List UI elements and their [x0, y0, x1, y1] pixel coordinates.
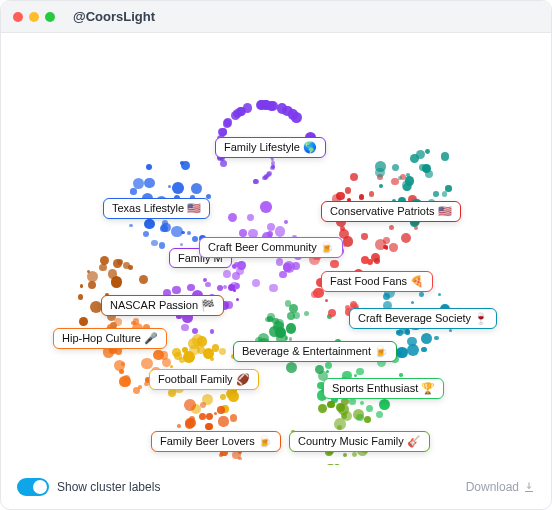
cluster-node [375, 168, 385, 178]
cluster-label[interactable]: Hip-Hop Culture 🎤 [53, 328, 167, 349]
cluster-node [217, 406, 225, 414]
cluster-label[interactable]: Craft Beer Community 🍺 [199, 237, 343, 258]
cluster-label[interactable]: Family Lifestyle 🌎 [215, 137, 326, 158]
cluster-node [425, 170, 434, 179]
cluster-label[interactable]: Sports Enthusiast 🏆 [323, 378, 444, 399]
cluster-node [416, 150, 425, 159]
cluster-node [144, 219, 155, 230]
cluster-node [334, 418, 346, 430]
cluster-node [189, 345, 200, 356]
cluster-node [398, 176, 402, 180]
cluster-node [228, 213, 237, 222]
cluster-node [182, 347, 188, 353]
cluster-node [304, 311, 309, 316]
cluster-label[interactable]: Country Music Family 🎸 [289, 431, 430, 452]
cluster-node [138, 385, 142, 389]
cluster-node [237, 107, 246, 116]
cluster-node [385, 247, 388, 250]
cluster-node [350, 173, 358, 181]
cluster-node [349, 398, 356, 405]
cluster-node [421, 333, 432, 344]
cluster-node [389, 243, 397, 251]
cluster-node [252, 279, 261, 288]
cluster-label[interactable]: Football Family 🏈 [149, 369, 259, 390]
cluster-node [79, 317, 88, 326]
cluster-node [223, 119, 232, 128]
cluster-node [129, 224, 132, 227]
download-label: Download [466, 480, 519, 494]
toggle-show-labels[interactable]: Show cluster labels [17, 478, 160, 496]
cluster-node [206, 413, 213, 420]
maximize-icon[interactable] [45, 12, 55, 22]
cluster-node [153, 350, 163, 360]
toggle-switch[interactable] [17, 478, 49, 496]
cluster-node [434, 336, 439, 341]
cluster-node [401, 233, 411, 243]
cluster-node [285, 336, 288, 339]
cluster-node [334, 464, 340, 465]
cluster-node [354, 374, 357, 377]
cluster-node [318, 404, 327, 413]
cluster-node [219, 128, 227, 136]
cluster-node [389, 225, 394, 230]
cluster-node [286, 362, 298, 374]
cluster-node [139, 275, 148, 284]
cluster-node [267, 223, 275, 231]
cluster-label[interactable]: Conservative Patriots 🇺🇸 [321, 201, 461, 222]
cluster-node [411, 301, 415, 305]
cluster-node [192, 328, 198, 334]
cluster-node [286, 323, 297, 334]
cluster-label[interactable]: Texas Lifestyle 🇺🇸 [103, 198, 210, 219]
cluster-node [228, 391, 239, 402]
cluster-node [210, 357, 214, 361]
close-icon[interactable] [13, 12, 23, 22]
minimize-icon[interactable] [29, 12, 39, 22]
app-window: @CoorsLight Family Lifestyle 🌎Texas Life… [0, 0, 552, 510]
cluster-label[interactable]: Beverage & Entertainment 🍺 [233, 341, 397, 362]
cluster-node [291, 112, 302, 123]
cluster-node [114, 318, 122, 326]
cluster-node [330, 260, 338, 268]
page-title: @CoorsLight [73, 9, 155, 24]
cluster-node [359, 194, 365, 200]
window-controls [13, 12, 55, 22]
cluster-node [441, 152, 449, 160]
cluster-label[interactable]: Craft Beverage Society 🍷 [349, 308, 497, 329]
cluster-node [326, 370, 329, 373]
cluster-node [360, 401, 364, 405]
cluster-node [108, 269, 118, 279]
cluster-label[interactable]: Family Beer Lovers 🍺 [151, 431, 281, 452]
cluster-node [275, 226, 286, 237]
cluster-label[interactable]: Fast Food Fans 🍕 [321, 271, 433, 292]
cluster-node [379, 184, 383, 188]
cluster-node [336, 403, 345, 412]
cluster-node [210, 329, 215, 334]
cluster-node [325, 299, 328, 302]
cluster-node [352, 452, 357, 457]
cluster-node [220, 160, 227, 167]
cluster-node [223, 270, 231, 278]
cluster-label[interactable]: NASCAR Passion 🏁 [101, 295, 224, 316]
cluster-node [192, 334, 204, 346]
cluster-node [289, 304, 298, 313]
cluster-node [376, 411, 384, 419]
cluster-node [151, 240, 157, 246]
cluster-node [269, 284, 277, 292]
cluster-node [283, 263, 292, 272]
cluster-node [130, 188, 136, 194]
cluster-node [270, 166, 274, 170]
cluster-node [133, 178, 144, 189]
cluster-node [367, 259, 374, 266]
cluster-node [425, 149, 430, 154]
cluster-node [445, 185, 452, 192]
titlebar: @CoorsLight [1, 1, 551, 33]
cluster-node [438, 293, 441, 296]
cluster-visualization[interactable]: Family Lifestyle 🌎Texas Lifestyle 🇺🇸Cons… [1, 33, 551, 465]
cluster-node [260, 201, 271, 212]
cluster-node [369, 191, 375, 197]
cluster-node [327, 401, 334, 408]
cluster-node [407, 337, 416, 346]
cluster-node [172, 182, 184, 194]
cluster-node [184, 399, 196, 411]
download-button[interactable]: Download [466, 480, 535, 494]
